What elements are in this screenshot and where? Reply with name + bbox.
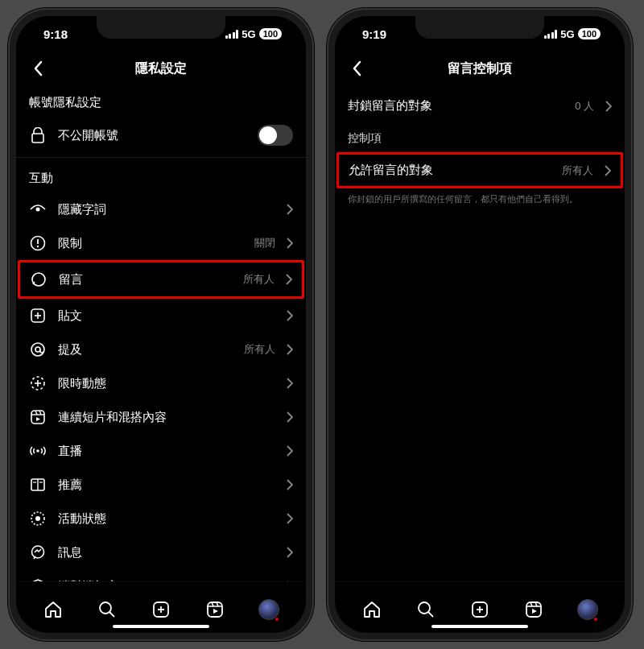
row-blocked-commenters[interactable]: 封鎖留言的對象 0 人 — [335, 85, 625, 122]
tab-reels[interactable] — [197, 592, 233, 627]
chevron-right-icon — [287, 411, 293, 423]
row-label: 直播 — [58, 444, 275, 459]
row-stories[interactable]: 限時動態 — [16, 366, 306, 400]
svg-point-5 — [32, 273, 45, 286]
section-interaction: 互動 — [16, 161, 306, 192]
chevron-right-icon — [605, 101, 612, 112]
svg-line-37 — [428, 612, 433, 617]
section-account-privacy: 帳號隱私設定 — [16, 85, 306, 117]
row-value: 關閉 — [254, 236, 275, 250]
row-live[interactable]: 直播 — [16, 434, 306, 468]
svg-point-9 — [31, 343, 44, 356]
row-value: 所有人 — [244, 342, 275, 357]
row-reels[interactable]: 連續短片和混搭內容 — [16, 400, 306, 434]
row-value: 0 人 — [575, 99, 594, 114]
notification-dot — [594, 618, 597, 621]
back-button[interactable] — [345, 56, 369, 81]
chevron-right-icon — [605, 165, 611, 176]
notch — [97, 16, 225, 39]
back-button[interactable] — [26, 56, 50, 81]
svg-line-28 — [109, 612, 114, 617]
row-comments[interactable]: 留言 所有人 — [18, 260, 304, 299]
row-label: 隱藏字詞 — [58, 202, 275, 217]
status-time: 9:19 — [362, 27, 386, 41]
row-value: 所有人 — [562, 163, 593, 178]
chevron-right-icon — [287, 547, 293, 558]
row-e2e-encryption[interactable]: 端對端加密 — [16, 569, 306, 581]
tab-search[interactable] — [89, 592, 125, 627]
row-posts[interactable]: 貼文 — [16, 299, 306, 333]
row-allow-comments-from[interactable]: 允許留言的對象 所有人 — [336, 152, 623, 188]
chevron-right-icon — [287, 238, 293, 249]
svg-point-1 — [36, 208, 40, 212]
row-restrict[interactable]: 限制 關閉 — [16, 226, 306, 260]
home-indicator[interactable] — [431, 625, 528, 628]
row-label: 留言 — [59, 272, 232, 287]
row-mentions[interactable]: 提及 所有人 — [16, 333, 306, 366]
helper-text: 你封鎖的用戶所撰寫的任何留言，都只有他們自己看得到。 — [335, 188, 625, 210]
tab-search[interactable] — [408, 592, 444, 627]
comment-icon — [30, 271, 47, 288]
notification-dot — [275, 618, 279, 621]
private-account-toggle[interactable] — [258, 125, 293, 146]
row-label: 限制 — [58, 236, 243, 251]
notch — [415, 16, 544, 39]
row-label: 允許留言的對象 — [349, 163, 551, 178]
nav-header: 留言控制項 — [335, 52, 625, 85]
tab-create[interactable] — [143, 592, 179, 627]
row-label: 不公開帳號 — [58, 128, 246, 143]
battery-indicator: 100 — [578, 28, 601, 39]
row-hidden-words[interactable]: 隱藏字詞 — [16, 192, 306, 226]
phone-left: 9:18 5G 100 隱私設定 帳號隱私設定 不公開帳號 — [8, 8, 314, 641]
guides-icon — [29, 476, 47, 494]
tab-create[interactable] — [462, 592, 497, 627]
tab-reels[interactable] — [516, 592, 551, 627]
row-label: 貼文 — [58, 308, 275, 324]
home-indicator[interactable] — [113, 625, 209, 628]
eye-hidden-icon — [29, 200, 47, 218]
alert-circle-icon — [29, 234, 47, 252]
row-messages[interactable]: 訊息 — [16, 535, 306, 569]
broadcast-icon — [29, 442, 47, 460]
page-title: 隱私設定 — [16, 60, 306, 77]
network-label: 5G — [242, 28, 255, 40]
section-controls: 控制項 — [335, 122, 625, 152]
comment-controls-content: 封鎖留言的對象 0 人 控制項 允許留言的對象 所有人 你封鎖的用戶所撰寫的任何… — [335, 85, 625, 581]
row-label: 訊息 — [58, 545, 275, 560]
tab-home[interactable] — [35, 592, 71, 627]
battery-indicator: 100 — [259, 28, 282, 39]
svg-rect-14 — [31, 411, 44, 424]
status-time: 9:18 — [43, 27, 68, 41]
story-icon — [29, 374, 47, 392]
svg-point-18 — [36, 449, 39, 453]
chevron-right-icon — [286, 274, 292, 285]
chevron-right-icon — [287, 310, 293, 321]
chevron-right-icon — [287, 479, 293, 490]
row-label: 連續短片和混搭內容 — [58, 410, 275, 425]
row-recommend[interactable]: 推薦 — [16, 468, 306, 502]
profile-avatar — [577, 599, 598, 620]
lock-icon — [29, 126, 47, 144]
row-activity-status[interactable]: 活動狀態 — [16, 502, 306, 535]
tab-profile[interactable] — [570, 592, 605, 627]
row-label: 限時動態 — [58, 376, 275, 391]
row-label: 提及 — [58, 342, 233, 358]
network-label: 5G — [560, 28, 574, 40]
signal-icon — [225, 30, 239, 39]
svg-point-36 — [419, 602, 430, 614]
at-icon — [29, 341, 47, 358]
reels-icon — [29, 408, 47, 426]
activity-icon — [29, 510, 47, 527]
svg-point-24 — [35, 516, 40, 521]
chevron-right-icon — [287, 378, 293, 389]
svg-rect-0 — [32, 134, 43, 143]
chevron-right-icon — [287, 445, 293, 457]
svg-point-10 — [35, 347, 40, 352]
row-private-account[interactable]: 不公開帳號 — [16, 117, 306, 154]
profile-avatar — [258, 599, 279, 620]
tab-profile[interactable] — [251, 592, 287, 627]
tab-home[interactable] — [354, 592, 390, 627]
row-value: 所有人 — [243, 272, 275, 287]
messenger-icon — [29, 544, 47, 561]
signal-icon — [544, 30, 558, 39]
